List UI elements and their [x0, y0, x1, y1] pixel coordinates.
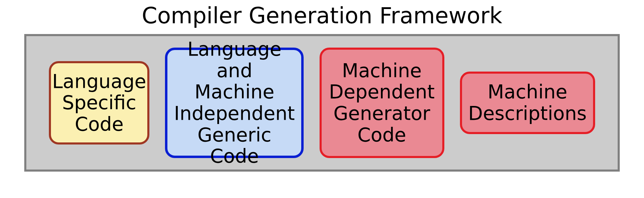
box-label: Language andMachineIndependentGeneric Co… [174, 39, 295, 167]
box-label: MachineDependentGeneratorCode [329, 60, 435, 146]
box-label: MachineDescriptions [468, 81, 587, 124]
box-label: LanguageSpecificCode [52, 71, 146, 135]
diagram-title: Compiler Generation Framework [0, 3, 644, 28]
box-machine-dependent-generator-code: MachineDependentGeneratorCode [320, 48, 444, 158]
box-language-machine-independent-generic-code: Language andMachineIndependentGeneric Co… [165, 48, 304, 158]
box-machine-descriptions: MachineDescriptions [460, 72, 595, 134]
box-language-specific-code: LanguageSpecificCode [49, 61, 149, 145]
framework-container: LanguageSpecificCode Language andMachine… [24, 34, 620, 172]
